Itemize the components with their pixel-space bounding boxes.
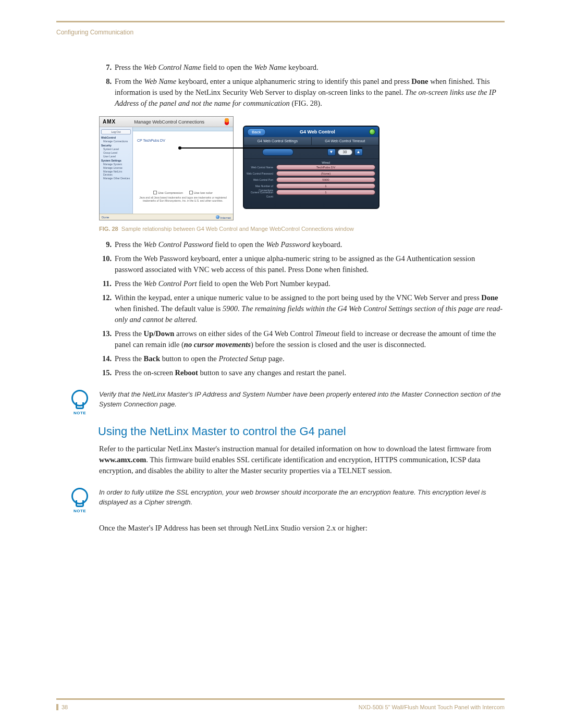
sidebar-item[interactable]: System Level (101, 147, 131, 151)
timeout-header: G4 Web Control Timeout (312, 137, 379, 145)
figure-caption: FIG. 28 Sample relationship between G4 W… (99, 226, 505, 232)
enable-toggle[interactable] (262, 149, 293, 156)
g4-webcontrol-panel: Back G4 Web Control G4 Web Control Setti… (243, 126, 380, 209)
settings-header: G4 Web Control Settings (244, 137, 312, 145)
ordered-steps-a: 7.Press the Web Control Name field to op… (99, 62, 505, 109)
wired-column-head: Wired (276, 161, 375, 164)
note-text-1: Verify that the NetLinx Master's IP Addr… (99, 390, 505, 410)
window-title: Manage WebControl Connections (116, 119, 223, 125)
note-block-1: NOTE Verify that the NetLinx Master's IP… (70, 390, 505, 415)
globe-icon (216, 215, 219, 219)
sidebar-item[interactable]: User Level (101, 155, 131, 158)
sidebar-item[interactable]: Manage System (101, 163, 131, 166)
note-block-2: NOTE In order to fully utilize the SSL e… (70, 488, 505, 513)
sidebar-group-head: WebControl (101, 136, 131, 139)
g4-field-value[interactable]: 5900 (276, 177, 375, 182)
step-item: 14.Press the Back button to open the Pro… (99, 353, 505, 364)
status-internet: Internet (221, 216, 231, 219)
status-bar: Done Internet (100, 214, 233, 220)
sidebar-item[interactable]: Manage Other Devices (101, 177, 131, 180)
ordered-steps-b: 9.Press the Web Control Password field t… (99, 239, 505, 378)
g4-field-value: 1 (276, 190, 375, 195)
g4-field-value[interactable]: (None) (276, 171, 375, 176)
sidebar-group-head: System Settings (101, 159, 131, 162)
step-item: 8.From the Web Name keyboard, enter a un… (99, 76, 505, 109)
status-done: Done (102, 216, 109, 219)
step-item: 9.Press the Web Control Password field t… (99, 239, 505, 250)
back-button[interactable]: Back (247, 128, 266, 136)
java-icon (223, 118, 231, 126)
product-name: NXD-500i 5" Wall/Flush Mount Touch Panel… (359, 704, 505, 710)
g4-field-label: Web Control Password (245, 171, 274, 178)
section-heading: Using the NetLinx Master to control the … (98, 425, 505, 438)
main-content: 7.Press the Web Control Name field to op… (99, 62, 505, 534)
connector-line (180, 147, 362, 149)
sidebar-item[interactable]: Manage License (101, 166, 131, 169)
status-dot-icon (369, 129, 375, 135)
window-main-area: CP TechPubs DV Use Compression Use low c… (133, 127, 233, 215)
note-bulb-icon (71, 390, 88, 406)
webcontrol-window: AMX Manage WebControl Connections Log Ou… (99, 116, 234, 220)
g4-field-value: 1 (276, 183, 375, 189)
step-item: 11.Press the Web Control Port field to o… (99, 278, 505, 289)
page-number: 38 (56, 704, 68, 710)
sidebar-item[interactable]: Manage Connections (101, 140, 131, 143)
step-item: 15.Press the on-screen Reboot button to … (99, 367, 505, 378)
section-paragraph: Refer to the particular NetLinx Master's… (99, 443, 505, 476)
note-text-2: In order to fully utilize the SSL encryp… (99, 488, 505, 508)
logout-button[interactable]: Log Out (101, 129, 131, 134)
sidebar-item[interactable]: Group Level (101, 151, 131, 154)
page-footer: 38 NXD-500i 5" Wall/Flush Mount Touch Pa… (56, 698, 505, 710)
use-compression-checkbox[interactable]: Use Compression (153, 191, 183, 194)
page-content: Configuring Communication 7.Press the We… (56, 21, 505, 537)
g4-field-value[interactable]: TechPubs DV (276, 165, 375, 170)
timeout-down-button[interactable]: ▼ (327, 149, 336, 156)
step-item: 10.From the Web Password keyboard, enter… (99, 253, 505, 275)
note-bulb-icon (71, 488, 88, 504)
figure-28: AMX Manage WebControl Connections Log Ou… (99, 116, 505, 220)
timeout-up-button[interactable]: ▲ (354, 149, 363, 156)
timeout-value: 30 (338, 149, 352, 155)
g4-field-label: Current Connection Count (245, 190, 274, 196)
sidebar-nav: Log Out WebControlManage ConnectionsSecu… (100, 127, 133, 215)
g4-field-label: Web Control Port (245, 178, 274, 184)
header-breadcrumb: Configuring Communication (56, 29, 505, 36)
step-item: 12.Within the keypad, enter a unique num… (99, 292, 505, 325)
window-titlebar: AMX Manage WebControl Connections (100, 117, 233, 127)
closing-paragraph: Once the Master's IP Address has been se… (99, 523, 505, 534)
g4-field-label: Max Number of Connections (245, 184, 274, 190)
sidebar-item[interactable]: Manage NetLinx Devices (101, 170, 131, 176)
amx-logo: AMX (103, 119, 116, 125)
g4-field-label: Web Control Name (245, 165, 274, 171)
java-fineprint: Java and all Java based trademarks and l… (133, 196, 233, 202)
g4-title: G4 Web Control (266, 129, 369, 134)
step-item: 13.Press the Up/Down arrows on either si… (99, 328, 505, 350)
step-item: 7.Press the Web Control Name field to op… (99, 62, 505, 73)
panel-link[interactable]: CP TechPubs DV (137, 139, 165, 142)
sidebar-group-head: Security (101, 144, 131, 147)
use-low-color-checkbox[interactable]: Use low color (189, 191, 213, 194)
